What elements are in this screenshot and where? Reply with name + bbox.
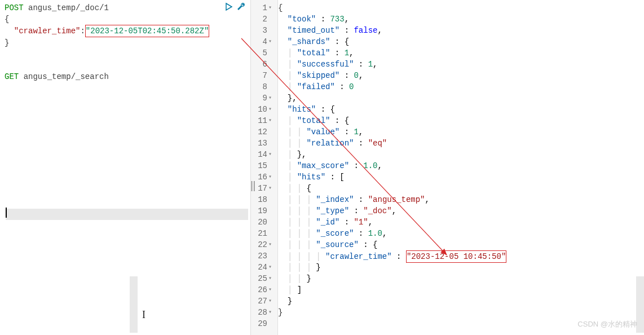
response-line[interactable]: │ │ │ "_index" : "angus_temp",: [278, 194, 644, 205]
gutter-line: 19: [251, 205, 277, 217]
response-line[interactable]: │ │ │ │ "crawler_time" : "2023-12-05 10:…: [278, 250, 644, 262]
svg-marker-0: [226, 3, 232, 10]
text-cursor: [6, 208, 7, 218]
response-line[interactable]: │ │ │ }: [278, 262, 644, 273]
response-code[interactable]: { "took" : 733, "timed_out" : false, "_s…: [278, 0, 644, 335]
fold-icon[interactable]: ▾: [268, 273, 274, 284]
request-line-3[interactable]: "crawler_time":"2023-12-05T02:45:50.282Z…: [5, 25, 246, 37]
request-editor-panel[interactable]: POST angus_temp/_doc/1 { "crawler_time":…: [0, 0, 251, 335]
fold-icon[interactable]: ▾: [268, 92, 274, 104]
response-line[interactable]: │ },: [278, 149, 644, 160]
response-line[interactable]: "timed_out" : false,: [278, 25, 644, 36]
fold-icon[interactable]: ▾: [268, 262, 274, 273]
gutter-line: 14▾: [251, 149, 277, 160]
highlighted-input-value: "2023-12-05T02:45:50.282Z": [85, 25, 209, 37]
gutter-line: 29: [251, 318, 277, 329]
watermark: CSDN @水的精神: [577, 319, 637, 329]
gutter-line: 28▾: [251, 307, 277, 318]
gutter-line: 27▾: [251, 296, 277, 307]
gutter-line: 12: [251, 126, 277, 138]
gutter-line: 8: [251, 81, 277, 92]
response-line[interactable]: │ │ "relation" : "eq": [278, 138, 644, 149]
gutter-line: 13: [251, 138, 277, 149]
gutter-line: 18: [251, 194, 277, 205]
gutter-line: 26▾: [251, 284, 277, 296]
gutter-line: 5: [251, 47, 277, 59]
gutter-line: 7: [251, 70, 277, 81]
response-panel: 1▾234▾56789▾10▾11▾121314▾1516▾17▾1819202…: [251, 0, 644, 335]
fold-icon[interactable]: ▾: [268, 284, 274, 296]
scrollbar-vertical[interactable]: [636, 276, 644, 333]
gutter-line: 25▾: [251, 273, 277, 284]
fold-icon[interactable]: ▾: [268, 36, 274, 47]
request-line-2[interactable]: {: [5, 14, 246, 25]
response-line[interactable]: │ "hits" : [: [278, 171, 644, 183]
response-line[interactable]: │ "skipped" : 0,: [278, 70, 644, 81]
line-number-gutter: 1▾234▾56789▾10▾11▾121314▾1516▾17▾1819202…: [251, 0, 278, 335]
response-line[interactable]: │ │ "value" : 1,: [278, 126, 644, 138]
fold-icon[interactable]: ▾: [268, 296, 274, 307]
fold-icon[interactable]: ▾: [268, 239, 274, 250]
active-line-highlight: [6, 209, 248, 220]
fold-icon[interactable]: ▾: [268, 149, 274, 160]
response-line[interactable]: │ "total" : {: [278, 115, 644, 126]
gutter-line: 21: [251, 228, 277, 239]
response-line[interactable]: }: [278, 307, 644, 318]
gutter-line: 23: [251, 250, 277, 262]
fold-icon[interactable]: ▾: [268, 183, 274, 194]
gutter-line: 15: [251, 160, 277, 171]
request-line-1[interactable]: POST angus_temp/_doc/1: [5, 2, 246, 14]
gutter-line: 4▾: [251, 36, 277, 47]
gutter-line: 1▾: [251, 2, 277, 14]
response-line[interactable]: │ │ │ "_id" : "1",: [278, 217, 644, 228]
gutter-line: 24▾: [251, 262, 277, 273]
highlighted-output-value: "2023-12-05 10:45:50": [406, 250, 506, 263]
gutter-line: 9▾: [251, 92, 277, 104]
fold-icon[interactable]: ▾: [268, 115, 274, 126]
gutter-line: 11▾: [251, 115, 277, 126]
response-line[interactable]: {: [278, 2, 644, 14]
response-line[interactable]: "_shards" : {: [278, 36, 644, 47]
response-line[interactable]: │ "successful" : 1,: [278, 59, 644, 70]
response-line[interactable]: │ ]: [278, 284, 644, 296]
response-line[interactable]: │ "total" : 1,: [278, 47, 644, 59]
gutter-line: 6: [251, 59, 277, 70]
gutter-line: 22▾: [251, 239, 277, 250]
response-line[interactable]: │ "failed" : 0: [278, 81, 644, 92]
response-line[interactable]: },: [278, 92, 644, 104]
fold-icon[interactable]: ▾: [268, 307, 274, 318]
scrollbar-vertical[interactable]: [130, 276, 138, 333]
gutter-line: 3: [251, 25, 277, 36]
ibeam-cursor-icon: I: [142, 309, 145, 321]
response-line[interactable]: │ │ {: [278, 183, 644, 194]
fold-icon[interactable]: ▾: [268, 171, 274, 183]
fold-icon[interactable]: ▾: [268, 2, 274, 14]
gutter-line: 2: [251, 14, 277, 25]
request-line-7[interactable]: GET angus_temp/_search: [5, 71, 246, 82]
response-line[interactable]: │ "max_score" : 1.0,: [278, 160, 644, 171]
response-line[interactable]: │ │ }: [278, 273, 644, 284]
panel-resize-handle[interactable]: ‖: [250, 179, 256, 192]
response-line[interactable]: │ │ │ "_score" : 1.0,: [278, 228, 644, 239]
response-line[interactable]: │ │ │ "_type" : "_doc",: [278, 205, 644, 217]
request-toolbar: [224, 2, 246, 11]
play-icon[interactable]: [224, 2, 233, 11]
request-line-4[interactable]: }: [5, 37, 246, 49]
response-line[interactable]: │ │ │ "_source" : {: [278, 239, 644, 250]
fold-icon[interactable]: ▾: [268, 104, 274, 115]
response-line[interactable]: "hits" : {: [278, 104, 644, 115]
wrench-icon[interactable]: [237, 2, 246, 11]
response-line[interactable]: "took" : 733,: [278, 14, 644, 25]
gutter-line: 20: [251, 217, 277, 228]
response-line[interactable]: }: [278, 296, 644, 307]
gutter-line: 10▾: [251, 104, 277, 115]
